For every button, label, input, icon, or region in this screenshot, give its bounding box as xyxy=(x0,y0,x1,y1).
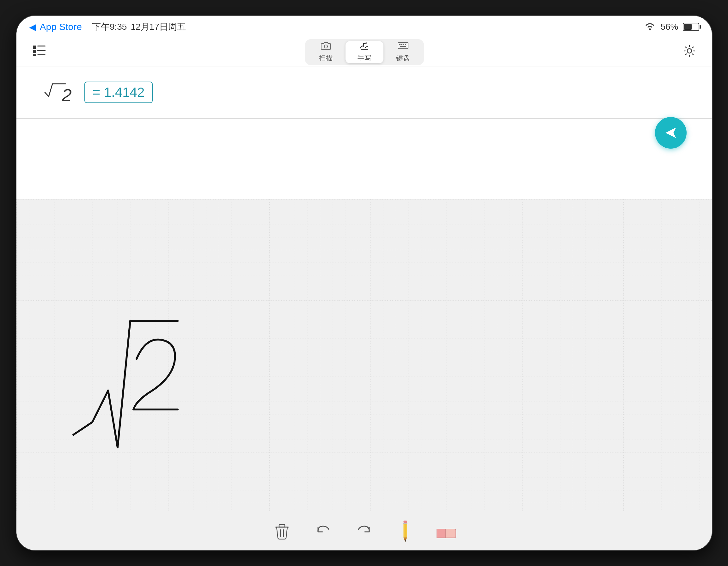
formula-expression: 2 xyxy=(42,79,72,105)
mode-buttons: 扫描 手写 xyxy=(305,39,424,65)
app-toolbar: 扫描 手写 xyxy=(16,38,712,66)
scan-mode-button[interactable]: 扫描 xyxy=(307,41,345,63)
svg-point-7 xyxy=(324,45,327,48)
delete-button[interactable] xyxy=(271,520,293,542)
keyboard-mode-button[interactable]: 键盘 xyxy=(384,41,422,63)
ipad-frame: ◀ App Store 下午9:35 12月17日周五 56% xyxy=(16,16,712,550)
wifi-icon xyxy=(644,22,656,33)
handwrite-label: 手写 xyxy=(358,53,371,63)
svg-rect-9 xyxy=(399,44,401,45)
scan-label: 扫描 xyxy=(319,53,333,63)
battery-icon xyxy=(683,23,699,31)
undo-button[interactable] xyxy=(312,520,334,542)
svg-rect-5 xyxy=(33,54,36,56)
svg-rect-3 xyxy=(33,50,36,53)
svg-rect-1 xyxy=(33,46,36,49)
svg-point-0 xyxy=(649,28,651,30)
status-bar: ◀ App Store 下午9:35 12月17日周五 56% xyxy=(16,16,712,38)
svg-rect-23 xyxy=(437,529,446,538)
svg-rect-10 xyxy=(401,44,402,45)
formula-result: = 1.4142 xyxy=(84,82,153,103)
svg-rect-19 xyxy=(403,523,407,524)
svg-point-14 xyxy=(687,49,692,53)
handwrite-mode-button[interactable]: 手写 xyxy=(346,41,383,63)
send-button[interactable] xyxy=(655,117,687,149)
svg-rect-4 xyxy=(37,50,46,51)
grid-list-icon[interactable] xyxy=(32,44,46,60)
bottom-toolbar xyxy=(16,512,712,550)
status-time: 下午9:35 xyxy=(92,21,127,33)
keyboard-label: 键盘 xyxy=(396,53,410,63)
redo-button[interactable] xyxy=(353,520,375,542)
formula-number: 2 xyxy=(62,85,72,105)
svg-rect-6 xyxy=(37,54,46,55)
formula-row: 2 = 1.4142 xyxy=(16,66,712,118)
divider xyxy=(16,118,712,119)
handwriting-canvas[interactable] xyxy=(16,199,712,512)
keyboard-icon xyxy=(397,41,409,52)
status-left: ◀ App Store 下午9:35 12月17日周五 xyxy=(29,21,186,33)
svg-rect-11 xyxy=(403,44,404,45)
battery-percent: 56% xyxy=(660,22,678,32)
status-right: 56% xyxy=(644,22,699,33)
svg-rect-18 xyxy=(403,520,407,523)
back-arrow-icon[interactable]: ◀ xyxy=(29,22,36,32)
send-icon xyxy=(663,125,679,141)
camera-icon xyxy=(321,41,331,52)
svg-rect-12 xyxy=(405,44,406,45)
svg-rect-8 xyxy=(398,42,408,49)
settings-icon[interactable] xyxy=(683,44,696,60)
app-store-label[interactable]: App Store xyxy=(40,22,82,32)
results-area: 2 = 1.4142 xyxy=(16,66,712,199)
pencil-tool[interactable] xyxy=(394,520,416,542)
svg-rect-13 xyxy=(400,46,406,47)
status-date: 12月17日周五 xyxy=(131,21,186,33)
writing-area[interactable] xyxy=(16,199,712,512)
handwrite-icon xyxy=(359,41,370,52)
svg-rect-2 xyxy=(37,46,46,46)
eraser-tool[interactable] xyxy=(435,520,457,542)
ipad-screen: ◀ App Store 下午9:35 12月17日周五 56% xyxy=(16,16,712,550)
